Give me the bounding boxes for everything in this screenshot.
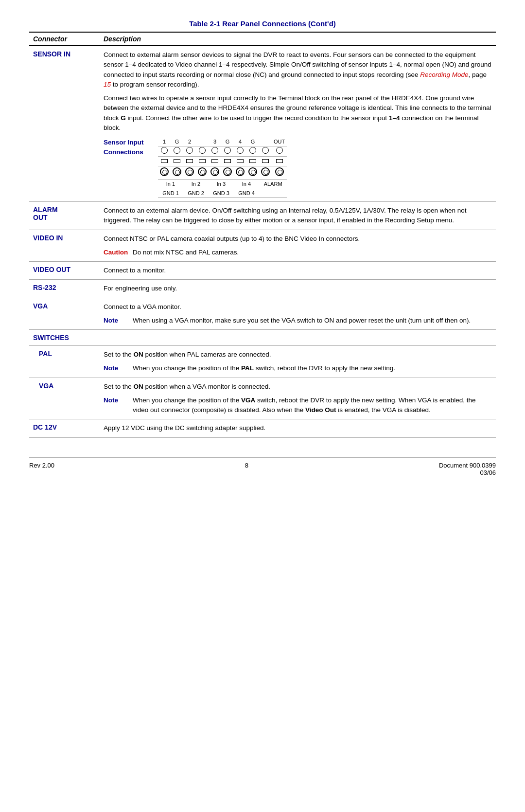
bl-gnd3: GND 3	[209, 189, 234, 198]
sensor-input-label: Sensor InputConnections	[104, 138, 152, 158]
bc5	[209, 166, 221, 180]
table-row: SENSOR IN Connect to external alarm sens…	[29, 46, 496, 202]
description-alarm-out: Connect to an external alarm device. On/…	[100, 202, 496, 230]
col-connector-header: Connector	[29, 32, 100, 46]
sensor-diagram: 1 G 2 3 G 4 G OUT	[158, 138, 287, 198]
note-label-vga: Note	[104, 316, 133, 325]
top-label-row: 1 G 2 3 G 4 G OUT	[158, 138, 287, 146]
lbl-g3: G	[246, 138, 259, 146]
footer-left: Rev 2.00	[29, 462, 54, 476]
table-row: VGA Connect to a VGA monitor. Note When …	[29, 298, 496, 330]
table-row: ALARMOUT Connect to an external alarm de…	[29, 202, 496, 230]
lbl-2: 2	[183, 138, 196, 146]
table-row: VGA Set to the ON position when a VGA mo…	[29, 378, 496, 419]
connector-sensor-in: SENSOR IN	[29, 46, 100, 202]
bl-in2: In 2	[183, 180, 209, 189]
circle-row	[158, 146, 287, 157]
lbl-4: 4	[234, 138, 246, 146]
c5	[209, 146, 221, 157]
c9	[259, 146, 272, 157]
lbl-g2: G	[221, 138, 234, 146]
connector-rs232: RS-232	[29, 280, 100, 298]
c3	[183, 146, 196, 157]
table-row: VIDEO OUT Connect to a monitor.	[29, 262, 496, 280]
r6	[221, 157, 234, 166]
video-in-para: Connect NTSC or PAL camera coaxial outpu…	[104, 234, 492, 244]
recording-mode-link: Recording Mode	[420, 71, 468, 78]
bc10	[272, 166, 287, 180]
note-label-pal: Note	[104, 363, 133, 373]
bl-blank	[259, 189, 287, 198]
bl-gnd4: GND 4	[234, 189, 259, 198]
description-vga2: Set to the ON position when a VGA monito…	[100, 378, 496, 419]
r1	[158, 157, 171, 166]
lbl-g1: G	[171, 138, 183, 146]
pal-note-block: Note When you change the position of the…	[104, 363, 492, 373]
connector-video-in: VIDEO IN	[29, 230, 100, 262]
rect-row	[158, 157, 287, 166]
r9	[259, 157, 272, 166]
big-circle-row	[158, 166, 287, 180]
vga-note-block: Note When using a VGA monitor, make sure…	[104, 316, 492, 325]
table-row: VIDEO IN Connect NTSC or PAL camera coax…	[29, 230, 496, 262]
lbl-blank2	[259, 138, 272, 146]
footer-center: 8	[245, 462, 248, 476]
r7	[234, 157, 246, 166]
r5	[209, 157, 221, 166]
page-15-link: 15	[104, 81, 111, 88]
bc3	[183, 166, 196, 180]
main-table: Connector Description SENSOR IN Connect …	[29, 32, 496, 438]
r4	[196, 157, 209, 166]
connector-video-out: VIDEO OUT	[29, 262, 100, 280]
connector-alarm-out: ALARMOUT	[29, 202, 100, 230]
caution-text: Do not mix NTSC and PAL cameras.	[133, 248, 239, 257]
lbl-1: 1	[158, 138, 171, 146]
bc8	[246, 166, 259, 180]
r2	[171, 157, 183, 166]
sensor-in-para2: Connect two wires to operate a sensor in…	[104, 93, 492, 133]
connector-vga2: VGA	[29, 378, 100, 419]
sensor-in-para1: Connect to external alarm sensor devices…	[104, 50, 492, 90]
vga2-para: Set to the ON position when a VGA monito…	[104, 382, 492, 392]
c2	[171, 146, 183, 157]
bl-gnd1: GND 1	[158, 189, 183, 198]
note-text-vga2: When you change the position of the VGA …	[133, 396, 492, 415]
note-label-vga2: Note	[104, 396, 133, 415]
bottom-label-row1: In 1 In 2 In 3 In 4 ALARM	[158, 180, 287, 189]
table-row: RS-232 For engineering use only.	[29, 280, 496, 298]
description-video-in: Connect NTSC or PAL camera coaxial outpu…	[100, 230, 496, 262]
note-text-vga: When using a VGA monitor, make sure you …	[133, 316, 471, 325]
lbl-out: OUT	[272, 138, 287, 146]
table-row: DC 12V Apply 12 VDC using the DC switchi…	[29, 419, 496, 437]
sensor-diagram-wrapper: Sensor InputConnections 1 G 2 3 G 4	[104, 138, 492, 198]
bl-in1: In 1	[158, 180, 183, 189]
vga2-note-block: Note When you change the position of the…	[104, 396, 492, 415]
description-vga: Connect to a VGA monitor. Note When usin…	[100, 298, 496, 330]
col-description-header: Description	[100, 32, 496, 46]
c10	[272, 146, 287, 157]
c1	[158, 146, 171, 157]
page-footer: Rev 2.00 8 Document 900.039903/06	[29, 457, 496, 476]
c8	[246, 146, 259, 157]
c7	[234, 146, 246, 157]
description-rs232: For engineering use only.	[100, 280, 496, 298]
bc1	[158, 166, 171, 180]
description-pal: Set to the ON position when PAL cameras …	[100, 346, 496, 378]
description-sensor-in: Connect to external alarm sensor devices…	[100, 46, 496, 202]
bl-in3: In 3	[209, 180, 234, 189]
r8	[246, 157, 259, 166]
bottom-label-row2: GND 1 GND 2 GND 3 GND 4	[158, 189, 287, 198]
c6	[221, 146, 234, 157]
bc2	[171, 166, 183, 180]
switches-header: SWITCHES	[33, 334, 69, 342]
caution-block: Caution Do not mix NTSC and PAL cameras.	[104, 248, 492, 257]
connector-dc12v: DC 12V	[29, 419, 100, 437]
page-title: Table 2-1 Rear Panel Connections (Cont'd…	[29, 19, 496, 28]
bc6	[221, 166, 234, 180]
bc9	[259, 166, 272, 180]
connector-pal: PAL	[29, 346, 100, 378]
r10	[272, 157, 287, 166]
note-text-pal: When you change the position of the PAL …	[133, 363, 395, 373]
bl-in4: In 4	[234, 180, 259, 189]
description-dc12v: Apply 12 VDC using the DC switching adap…	[100, 419, 496, 437]
